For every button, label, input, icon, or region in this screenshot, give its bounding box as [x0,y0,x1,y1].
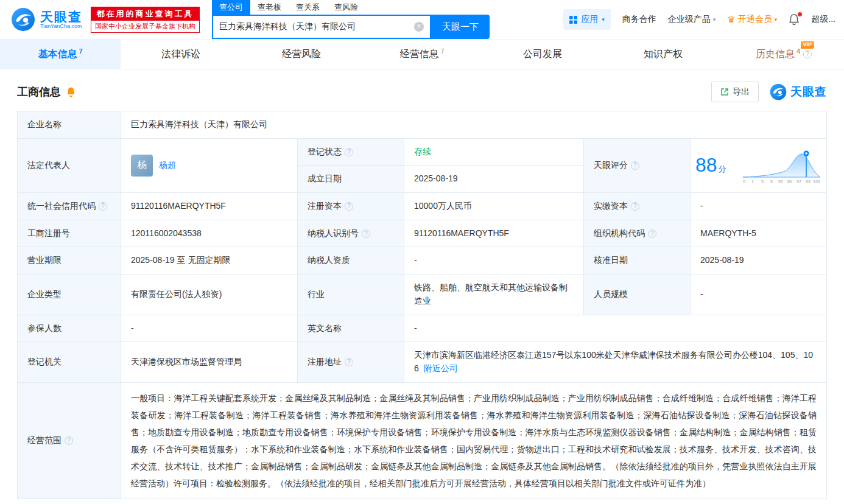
field-label: 工商注册号 [18,220,121,247]
tab-basic-info[interactable]: 基本信息7 [0,40,121,69]
field-label: 营业期限 [18,247,121,275]
search-tab-company[interactable]: 查公司 [212,0,250,15]
svg-text:0: 0 [743,180,745,184]
company-nav-tabs: 基本信息7 法律诉讼 经营风险 经营信息7 公司发展 知识产权 历史信息4 ? … [0,39,844,69]
info-icon[interactable]: ? [631,202,639,211]
tianyancha-logo-icon [11,7,35,32]
svg-text:80: 80 [787,180,792,184]
field-label: 经营范围? [18,382,121,499]
business-term-value: 2025-08-19 至 无固定期限 [121,247,298,275]
tab-label: 法律诉讼 [161,48,200,61]
tab-count: 7 [79,47,82,55]
table-row: 参保人数 - 英文名称 - [18,315,827,342]
info-icon[interactable]: ? [345,358,353,366]
chevron-down-icon: ▾ [775,16,778,23]
tab-label: 基本信息 [38,48,77,61]
export-icon [720,88,729,96]
tab-intellectual-property[interactable]: 知识产权 [603,40,723,69]
staff-size-value: - [691,275,827,315]
reg-status-value: 存续 [404,138,584,166]
info-icon[interactable]: ? [99,202,107,211]
english-name-value: - [404,315,827,342]
svg-text:3: 3 [761,180,764,184]
score-value: 88分 [695,150,726,181]
tab-history-info[interactable]: 历史信息4 ? VIP [723,40,844,69]
search-input[interactable] [219,22,414,32]
table-row: 企业类型 有限责任公司(法人独资) 行业 铁路、船舶、航空航天和其他运输设备制造… [18,275,827,315]
apps-menu-label: 应用 [581,14,598,25]
score-distribution-chart: 0 1 3 5 50 80 97 99 100 [741,147,821,184]
info-icon[interactable]: ? [648,229,656,238]
menu-business-cooperation[interactable]: 商务合作 [622,14,656,25]
field-label: 组织机构代码? [584,220,691,247]
reg-number-value: 120116002043538 [121,220,298,247]
tab-operation-risk[interactable]: 经营风险 [241,40,362,69]
reg-authority-value: 天津港保税区市场监督管理局 [121,342,298,382]
info-icon[interactable]: ? [803,50,812,58]
info-icon[interactable]: ? [345,148,353,156]
table-row: 营业期限 2025-08-19 至 无固定期限 纳税人资质 - 核准日期 202… [18,247,827,275]
export-button[interactable]: 导出 [711,82,759,102]
field-label: 纳税人识别号? [298,220,404,247]
tab-label: 历史信息 [756,48,795,61]
search-button[interactable]: 天眼一下 [431,15,490,39]
tianyancha-logo[interactable]: 天眼查 TianYanCha.com [11,7,82,32]
top-menu: 应用 ▾ 商务合作 企业级产品 ▾ ♛ 开通会员 ▾ 超级... [563,9,835,30]
field-label: 纳税人资质 [298,247,404,275]
svg-text:1: 1 [751,180,754,184]
section-header: 工商信息 导出 [17,82,827,102]
menu-business-cooperation-label: 商务合作 [622,14,656,25]
search-tab-boss[interactable]: 查老板 [250,0,289,15]
tab-operation-info[interactable]: 经营信息7 [362,40,482,69]
field-label: 企业名称 [18,111,121,139]
menu-super-vip-label: 超级... [811,14,835,25]
search-tabs: 查公司 查老板 查关系 查风险 [212,0,490,15]
search-tab-relation[interactable]: 查关系 [289,0,327,15]
menu-super-vip[interactable]: 超级... [811,14,835,25]
svg-text:100: 100 [813,180,820,184]
field-label: 人员规模 [584,275,691,315]
search-tab-risk[interactable]: 查风险 [327,0,365,15]
business-info-table: 企业名称 巨力索具海洋科技（天津）有限公司 法定代表人 杨 杨超 登记状态? 存… [17,111,827,499]
legal-rep-value: 杨 杨超 [121,138,298,192]
info-icon[interactable]: ? [345,202,353,211]
field-label: 核准日期 [584,247,691,275]
table-row: 统一社会信用代码? 91120116MAERQYTH5F 注册资本? 10000… [18,193,827,220]
tab-count: 7 [440,47,444,55]
field-label: 法定代表人 [18,138,121,192]
apps-grid-icon [569,16,577,24]
legal-rep-link[interactable]: 杨超 [159,159,176,172]
subscribe-bell-icon[interactable] [66,86,76,97]
svg-text:97: 97 [797,180,801,184]
svg-text:5: 5 [770,180,773,184]
logo-title: 天眼查 [40,10,82,24]
credit-code-value: 91120116MAERQYTH5F [121,193,298,220]
field-label: 成立日期 [298,166,404,193]
legal-rep-avatar[interactable]: 杨 [131,155,153,177]
tab-legal-litigation[interactable]: 法律诉讼 [121,40,241,69]
clear-search-icon[interactable]: × [414,22,424,32]
field-label: 注册地址? [298,342,404,382]
table-row: 法定代表人 杨 杨超 登记状态? 存续 天眼评分? 88分 [18,138,827,166]
taxpayer-quality-value: - [404,247,584,275]
reg-capital-value: 10000万人民币 [404,193,584,220]
tianyancha-watermark-icon [770,83,787,100]
notification-bell-icon[interactable] [789,13,800,26]
field-label: 注册资本? [298,193,404,220]
info-icon[interactable]: ? [631,161,639,170]
tianyancha-watermark: 天眼查 [770,83,827,100]
search-box: × [212,15,431,39]
info-icon[interactable]: ? [65,436,73,445]
info-icon[interactable]: ? [362,229,370,238]
field-label: 天眼评分? [584,138,691,192]
paid-capital-value: - [691,193,827,220]
nearby-companies-link[interactable]: 附近公司 [424,363,458,373]
est-date-value: 2025-08-19 [404,166,584,193]
menu-enterprise-products[interactable]: 企业级产品 ▾ [668,14,716,25]
field-label: 登记机关 [18,342,121,382]
apps-menu[interactable]: 应用 ▾ [563,9,611,30]
field-label: 行业 [298,275,404,315]
tab-company-development[interactable]: 公司发展 [482,40,603,69]
menu-open-vip[interactable]: ♛ 开通会员 ▾ [727,14,777,25]
tab-label: 经营信息 [399,48,438,61]
